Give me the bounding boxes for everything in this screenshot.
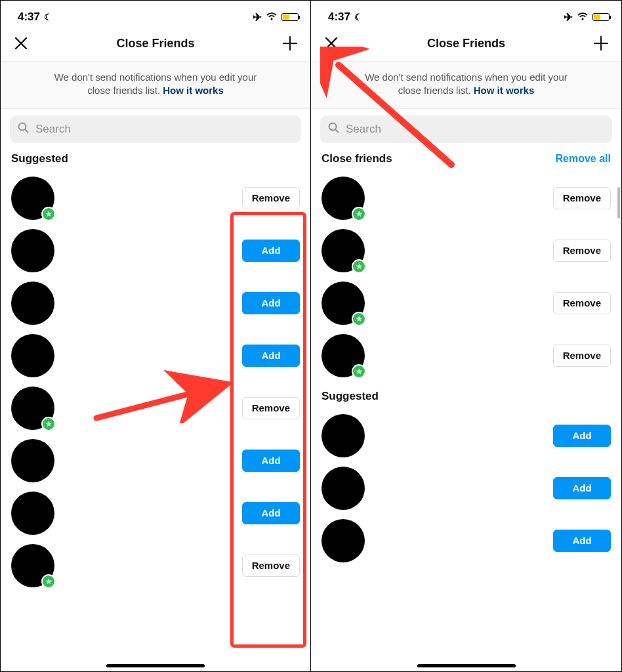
wifi-icon [266, 10, 278, 24]
close-friends-list: ★Remove★Remove★Remove★Remove [311, 172, 621, 382]
svg-point-0 [19, 123, 26, 130]
avatar[interactable] [11, 334, 54, 377]
status-bar: 4:37 ☾ ✈︎ [1, 1, 310, 30]
list-item: Add [1, 277, 310, 329]
wifi-icon [577, 10, 589, 24]
list-item: Add [311, 462, 621, 514]
avatar[interactable]: ★ [11, 387, 54, 430]
info-text-a: We don't send notifications when you edi… [54, 72, 257, 83]
avatar[interactable] [321, 467, 365, 510]
close-icon[interactable] [321, 33, 341, 53]
add-button[interactable]: Add [242, 292, 300, 314]
info-text-b: close friends list. [87, 85, 160, 96]
remove-all-link[interactable]: Remove all [556, 153, 611, 165]
list-item: Add [1, 487, 310, 539]
do-not-disturb-icon: ☾ [354, 12, 363, 22]
avatar[interactable] [11, 439, 54, 482]
add-icon[interactable] [280, 33, 300, 53]
remove-button[interactable]: Remove [553, 187, 611, 209]
do-not-disturb-icon: ☾ [44, 12, 52, 22]
avatar[interactable]: ★ [321, 334, 365, 377]
suggested-list: AddAddAdd [311, 410, 621, 567]
avatar[interactable]: ★ [11, 177, 54, 220]
add-button[interactable]: Add [242, 240, 300, 262]
list-item: ★Remove [1, 172, 310, 224]
add-button[interactable]: Add [553, 530, 611, 552]
section-title: Suggested [11, 152, 68, 165]
airplane-mode-icon: ✈︎ [253, 10, 262, 24]
search-input[interactable]: Search [10, 116, 301, 143]
battery-icon [281, 13, 299, 21]
add-button[interactable]: Add [242, 502, 300, 524]
remove-button[interactable]: Remove [553, 240, 611, 262]
list-item: Add [1, 224, 310, 277]
avatar[interactable] [11, 282, 54, 325]
list-item: Add [1, 329, 310, 382]
remove-button[interactable]: Remove [553, 292, 611, 314]
avatar[interactable]: ★ [321, 229, 365, 272]
add-button[interactable]: Add [242, 345, 300, 367]
status-time: 4:37 [328, 10, 350, 24]
status-bar: 4:37 ☾ ✈︎ [311, 1, 621, 30]
avatar[interactable]: ★ [321, 282, 365, 325]
how-it-works-link[interactable]: How it works [163, 85, 224, 96]
close-friend-star-icon: ★ [352, 364, 366, 379]
avatar[interactable]: ★ [11, 544, 54, 587]
info-strip: We don't send notifications when you edi… [1, 62, 310, 109]
screen-right: 4:37 ☾ ✈︎ Close Friends We don't send no… [311, 1, 621, 671]
list-item: Add [311, 514, 621, 567]
close-friend-star-icon: ★ [352, 207, 366, 221]
page-title: Close Friends [116, 37, 194, 51]
close-friend-star-icon: ★ [352, 312, 366, 326]
close-friend-star-icon: ★ [41, 574, 56, 589]
list-item: ★Remove [311, 224, 621, 277]
add-button[interactable]: Add [242, 450, 300, 472]
avatar[interactable] [321, 414, 365, 457]
list-item: ★Remove [1, 382, 310, 434]
list-item: ★Remove [1, 539, 310, 592]
header: Close Friends [311, 30, 621, 62]
screen-left: 4:37 ☾ ✈︎ Close Friends We don't send no… [1, 1, 311, 671]
remove-button[interactable]: Remove [242, 397, 300, 419]
remove-button[interactable]: Remove [242, 187, 300, 209]
battery-icon [592, 13, 610, 21]
search-icon [18, 122, 29, 136]
avatar[interactable]: ★ [321, 177, 365, 220]
avatar[interactable] [11, 492, 54, 535]
scrollbar[interactable] [617, 187, 620, 219]
status-time: 4:37 [18, 10, 40, 24]
list-item: ★Remove [311, 277, 621, 329]
list-item: Add [1, 434, 310, 487]
section-title: Close friends [321, 152, 392, 165]
close-icon[interactable] [11, 33, 31, 53]
add-button[interactable]: Add [553, 425, 611, 447]
avatar[interactable] [321, 519, 365, 562]
section-title: Suggested [321, 390, 379, 403]
info-text-b: close friends list. [398, 85, 471, 96]
info-strip: We don't send notifications when you edi… [311, 62, 621, 109]
close-friend-star-icon: ★ [352, 259, 366, 274]
section-header-close-friends: Close friends Remove all [311, 150, 621, 172]
close-friend-star-icon: ★ [41, 207, 56, 221]
add-icon[interactable] [591, 33, 611, 53]
list-item: ★Remove [311, 329, 621, 382]
avatar[interactable] [11, 229, 54, 272]
list-item: ★Remove [311, 172, 621, 224]
home-indicator [106, 664, 205, 667]
remove-button[interactable]: Remove [553, 345, 611, 367]
search-icon [328, 122, 339, 136]
close-friend-star-icon: ★ [41, 417, 56, 431]
remove-button[interactable]: Remove [242, 555, 300, 577]
search-input[interactable]: Search [320, 116, 612, 143]
info-text-a: We don't send notifications when you edi… [365, 72, 568, 83]
suggested-list: ★RemoveAddAddAdd★RemoveAddAdd★Remove [1, 172, 310, 592]
header: Close Friends [1, 30, 310, 62]
list-item: Add [311, 410, 621, 462]
search-placeholder: Search [346, 123, 381, 136]
add-button[interactable]: Add [553, 477, 611, 499]
airplane-mode-icon: ✈︎ [564, 10, 573, 24]
how-it-works-link[interactable]: How it works [474, 85, 535, 96]
svg-point-1 [329, 123, 337, 130]
section-header-suggested: Suggested [1, 150, 310, 172]
home-indicator [417, 664, 516, 667]
